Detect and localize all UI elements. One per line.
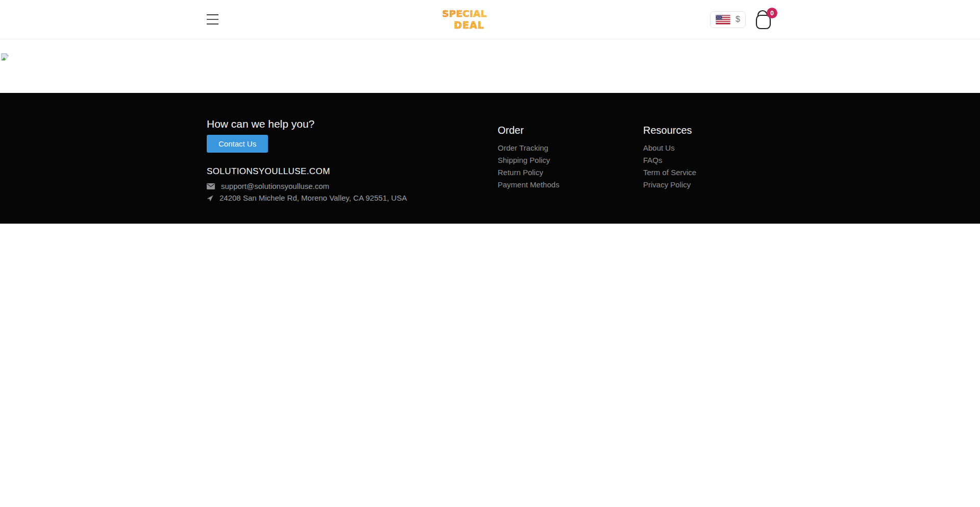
- currency-symbol: $: [736, 15, 740, 24]
- footer-order-column: Order Order Tracking Shipping Policy Ret…: [498, 117, 643, 203]
- link-payment-methods[interactable]: Payment Methods: [498, 180, 559, 189]
- list-item: FAQs: [643, 154, 773, 166]
- location-arrow-icon: [207, 195, 213, 202]
- list-item: About Us: [643, 142, 773, 154]
- cart-button[interactable]: 0: [755, 9, 773, 30]
- hamburger-icon: [207, 19, 218, 20]
- currency-selector[interactable]: $: [710, 11, 746, 28]
- contact-address: 24208 San Michele Rd, Moreno Valley, CA …: [219, 193, 407, 203]
- resources-column-heading: Resources: [643, 124, 773, 137]
- footer-container: How can we help you? Contact Us SOLUTION…: [207, 117, 773, 203]
- list-item: Payment Methods: [498, 179, 643, 191]
- contact-email-row: support@solutionsyoulluse.com: [207, 181, 498, 191]
- footer-resources-column: Resources About Us FAQs Term of Service …: [643, 117, 773, 203]
- link-faqs[interactable]: FAQs: [643, 156, 663, 164]
- hamburger-menu-button[interactable]: [207, 14, 219, 25]
- contact-address-row: 24208 San Michele Rd, Moreno Valley, CA …: [207, 193, 498, 203]
- contact-email: support@solutionsyoulluse.com: [221, 181, 329, 191]
- contact-us-button[interactable]: Contact Us: [207, 135, 268, 153]
- resources-link-list: About Us FAQs Term of Service Privacy Po…: [643, 142, 773, 191]
- main-content: [0, 39, 980, 93]
- link-privacy-policy[interactable]: Privacy Policy: [643, 180, 691, 189]
- special-deal-logo-icon: SPECIAL SPECIAL DEAL DEAL: [440, 6, 488, 33]
- link-shipping-policy[interactable]: Shipping Policy: [498, 156, 550, 164]
- us-flag-icon: [716, 15, 730, 25]
- envelope-icon: [207, 183, 215, 189]
- hamburger-icon: [207, 14, 218, 15]
- order-link-list: Order Tracking Shipping Policy Return Po…: [498, 142, 643, 191]
- order-column-heading: Order: [498, 124, 643, 137]
- site-footer: How can we help you? Contact Us SOLUTION…: [0, 93, 980, 224]
- logo-text-line2-dots: DEAL: [454, 19, 484, 31]
- contact-list: support@solutionsyoulluse.com 24208 San …: [207, 181, 498, 203]
- list-item: Shipping Policy: [498, 154, 643, 166]
- link-term-of-service[interactable]: Term of Service: [643, 168, 696, 177]
- list-item: Return Policy: [498, 166, 643, 179]
- list-item: Order Tracking: [498, 142, 643, 154]
- cart-count-badge: 0: [767, 8, 777, 18]
- header-container: SPECIAL SPECIAL DEAL DEAL: [207, 0, 773, 39]
- list-item: Privacy Policy: [643, 179, 773, 191]
- footer-brand: SOLUTIONSYOULLUSE.COM: [207, 166, 498, 177]
- site-header: SPECIAL SPECIAL DEAL DEAL: [0, 0, 980, 39]
- link-return-policy[interactable]: Return Policy: [498, 168, 543, 177]
- logo-text-line1-dots: SPECIAL: [442, 8, 486, 19]
- header-actions: $ 0: [710, 9, 773, 30]
- broken-image-icon: [1, 53, 9, 61]
- footer-help-column: How can we help you? Contact Us SOLUTION…: [207, 117, 498, 203]
- site-logo[interactable]: SPECIAL SPECIAL DEAL DEAL: [440, 6, 488, 33]
- help-heading: How can we help you?: [207, 117, 498, 131]
- link-order-tracking[interactable]: Order Tracking: [498, 143, 548, 152]
- list-item: Term of Service: [643, 166, 773, 179]
- link-about-us[interactable]: About Us: [643, 143, 675, 152]
- hamburger-icon: [207, 23, 218, 25]
